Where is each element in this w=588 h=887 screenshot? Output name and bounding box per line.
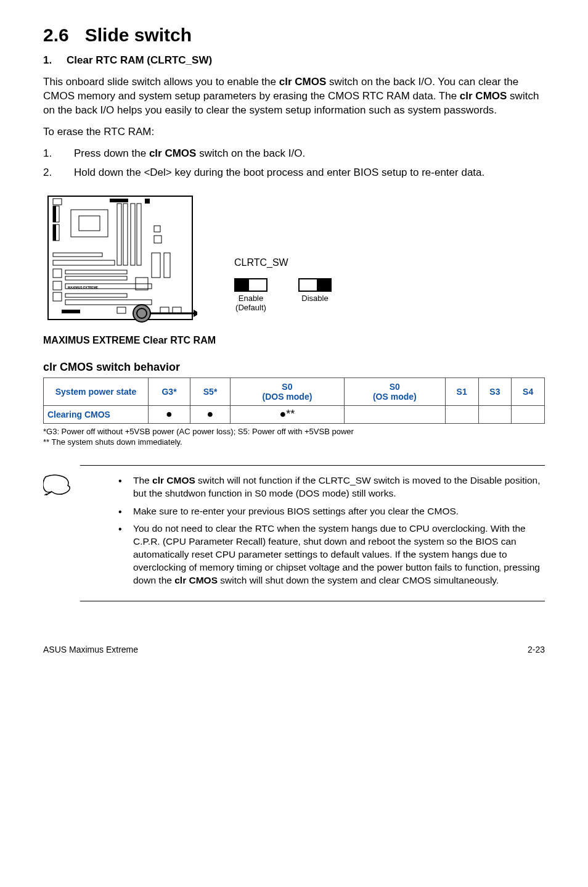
svg-rect-15: [154, 236, 161, 243]
th-g3: G3*: [149, 377, 190, 405]
step-1: Press down the clr CMOS switch on the ba…: [43, 147, 545, 161]
svg-rect-19: [53, 260, 115, 265]
footer-left: ASUS Maximus Extreme: [43, 645, 138, 654]
svg-rect-30: [117, 307, 126, 313]
note-box: The clr CMOS switch will not function if…: [80, 465, 545, 601]
section-title: 2.6Slide switch: [43, 25, 545, 46]
svg-rect-16: [152, 253, 160, 278]
page-footer: ASUS Maximus Extreme 2-23: [0, 620, 588, 669]
table-header-row: System power state G3* S5* S0 (DOS mode)…: [44, 377, 545, 405]
svg-rect-10: [131, 204, 135, 265]
svg-rect-14: [154, 226, 160, 232]
cell-s5: ●: [190, 405, 231, 423]
svg-rect-5: [53, 225, 56, 241]
th-s0-dos: S0 (DOS mode): [231, 377, 345, 405]
section-text: Slide switch: [85, 25, 192, 45]
switch-disable: Disable: [298, 278, 332, 313]
cell-s0-dos: ●**: [231, 405, 345, 423]
svg-rect-23: [65, 276, 127, 280]
switch-enable: Enable (Default): [234, 278, 267, 313]
table-row: Clearing CMOS ● ● ●**: [44, 405, 545, 423]
cell-g3: ●: [149, 405, 190, 423]
switch-enable-icon: [234, 278, 267, 292]
switch-disable-icon: [298, 278, 332, 292]
cell-s1: [445, 405, 478, 423]
svg-rect-7: [79, 216, 100, 231]
intro-paragraph-2: To erase the RTC RAM:: [43, 125, 545, 139]
behavior-table: System power state G3* S5* S0 (DOS mode)…: [43, 377, 545, 424]
svg-rect-12: [110, 199, 128, 202]
footnote-2: ** The system shuts down immediately.: [43, 437, 545, 448]
svg-rect-27: [65, 300, 152, 305]
svg-rect-21: [53, 281, 62, 290]
footer-right: 2-23: [528, 645, 545, 654]
switch-diagram: CLRTC_SW Enable (Default) Disable: [234, 257, 332, 330]
th-s5: S5*: [190, 377, 231, 405]
row-label: Clearing CMOS: [44, 405, 149, 423]
diagram-caption: MAXIMUS EXTREME Clear RTC RAM: [43, 335, 545, 346]
svg-rect-29: [62, 310, 80, 313]
switch-pin-label: CLRTC_SW: [234, 257, 332, 268]
note-item-2: Make sure to re-enter your previous BIOS…: [117, 505, 541, 518]
svg-rect-1: [53, 199, 62, 205]
cell-s3: [478, 405, 512, 423]
diagram-area: MAXIMUS EXTREME CLRTC_SW Enable (Default…: [43, 191, 545, 330]
svg-rect-9: [123, 204, 128, 265]
svg-rect-13: [145, 199, 150, 204]
th-s3: S3: [478, 377, 512, 405]
svg-rect-11: [137, 204, 141, 265]
steps-list: Press down the clr CMOS switch on the ba…: [43, 147, 545, 180]
svg-marker-36: [194, 310, 197, 317]
svg-rect-18: [53, 253, 102, 257]
svg-rect-3: [53, 206, 56, 222]
table-footnotes: *G3: Power off without +5VSB power (AC p…: [43, 426, 545, 448]
motherboard-diagram: MAXIMUS EXTREME: [43, 191, 197, 330]
svg-text:MAXIMUS EXTREME: MAXIMUS EXTREME: [68, 286, 99, 289]
step-2: Hold down the <Del> key during the boot …: [43, 166, 545, 180]
th-s4: S4: [512, 377, 545, 405]
svg-rect-6: [71, 210, 108, 237]
cell-s4: [512, 405, 545, 423]
note-icon: [43, 474, 71, 495]
svg-rect-22: [65, 270, 127, 274]
svg-rect-8: [117, 204, 121, 265]
section-number: 2.6: [43, 25, 69, 46]
svg-rect-25: [53, 292, 62, 301]
th-state: System power state: [44, 377, 149, 405]
cell-s0-os: [344, 405, 445, 423]
th-s0-os: S0 (OS mode): [344, 377, 445, 405]
intro-paragraph-1: This onboard slide switch allows you to …: [43, 75, 545, 118]
th-s1: S1: [445, 377, 478, 405]
switch-default-label: (Default): [234, 303, 267, 313]
switch-enable-label: Enable: [234, 294, 267, 303]
footnote-1: *G3: Power off without +5VSB power (AC p…: [43, 426, 545, 437]
svg-rect-20: [53, 269, 62, 278]
item-number: 1.: [43, 54, 67, 67]
svg-rect-26: [65, 294, 127, 297]
svg-point-33: [133, 305, 150, 322]
item-title: 1.Clear RTC RAM (CLRTC_SW): [43, 54, 545, 67]
item-text: Clear RTC RAM (CLRTC_SW): [67, 54, 212, 66]
behavior-heading: clr CMOS switch behavior: [43, 361, 545, 374]
note-item-1: The clr CMOS switch will not function if…: [117, 474, 541, 500]
svg-rect-0: [48, 196, 192, 320]
switch-disable-label: Disable: [298, 294, 332, 303]
note-item-3: You do not need to clear the RTC when th…: [117, 522, 541, 587]
svg-rect-17: [164, 253, 170, 278]
